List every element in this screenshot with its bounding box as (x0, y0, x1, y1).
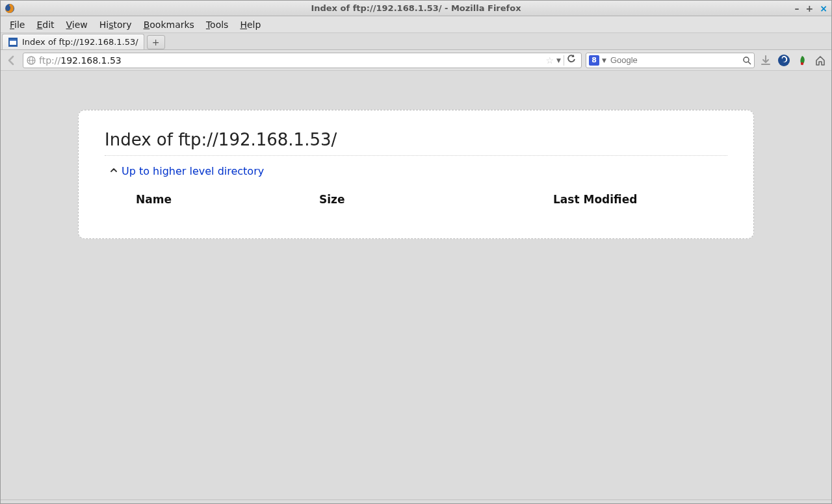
url-protocol: ftp:// (39, 55, 60, 66)
svg-point-7 (744, 57, 749, 62)
window-close-button[interactable]: × (820, 4, 827, 13)
menu-history[interactable]: History (94, 18, 137, 32)
window-controls: – + × (795, 1, 827, 16)
tab-strip: Index of ftp://192.168.1.53/ + (1, 33, 831, 50)
directory-listing-panel: Index of ftp://192.168.1.53/ Up to highe… (78, 110, 754, 239)
tab-favicon-icon (8, 37, 18, 47)
url-right-controls: ☆ ▼ (546, 55, 578, 66)
heading-separator (105, 155, 727, 156)
url-text[interactable]: ftp://192.168.1.53 (39, 55, 543, 66)
firefox-icon (5, 3, 15, 14)
new-tab-button[interactable]: + (147, 35, 165, 49)
extension-leaf-icon[interactable] (795, 53, 809, 68)
menu-tools[interactable]: Tools (201, 18, 234, 32)
reload-button[interactable] (567, 55, 576, 66)
separator (564, 55, 564, 66)
column-header-name[interactable]: Name (105, 193, 300, 206)
window-minimize-button[interactable]: – (795, 4, 800, 13)
menu-edit[interactable]: Edit (31, 18, 59, 32)
search-go-icon[interactable] (742, 56, 751, 65)
url-bar[interactable]: ftp://192.168.1.53 ☆ ▼ (23, 53, 582, 68)
url-history-dropdown-icon[interactable]: ▼ (556, 57, 561, 64)
up-directory-link[interactable]: Up to higher level directory (122, 165, 264, 177)
search-input[interactable] (609, 55, 740, 66)
extension-swirl-icon[interactable] (777, 53, 791, 68)
content-viewport: Index of ftp://192.168.1.53/ Up to highe… (1, 71, 831, 499)
menubar: File Edit View History Bookmarks Tools H… (1, 16, 831, 33)
nav-toolbar: ftp://192.168.1.53 ☆ ▼ 8 ▼ (1, 50, 831, 71)
menu-bookmarks[interactable]: Bookmarks (138, 18, 200, 32)
back-button[interactable] (5, 53, 19, 68)
svg-rect-3 (10, 40, 16, 41)
table-header-row: Name Size Last Modified (105, 193, 727, 206)
search-box[interactable]: 8 ▼ (586, 53, 755, 68)
tab-label: Index of ftp://192.168.1.53/ (22, 37, 138, 47)
home-button[interactable] (813, 53, 827, 68)
window-maximize-button[interactable]: + (806, 4, 814, 13)
svg-point-11 (801, 62, 803, 64)
search-engine-dropdown-icon[interactable]: ▼ (602, 57, 606, 64)
menu-help[interactable]: Help (235, 18, 266, 32)
svg-line-8 (748, 62, 751, 64)
bookmark-star-icon[interactable]: ☆ (546, 55, 554, 66)
tab-active[interactable]: Index of ftp://192.168.1.53/ (2, 34, 144, 49)
downloads-button[interactable] (759, 53, 773, 68)
column-header-modified[interactable]: Last Modified (430, 193, 727, 206)
chevron-up-icon (110, 166, 118, 176)
site-identity-icon[interactable] (26, 55, 36, 66)
directory-table: Name Size Last Modified (105, 193, 727, 206)
menu-view[interactable]: View (61, 18, 93, 32)
url-host: 192.168.1.53 (60, 55, 122, 66)
up-directory-row: Up to higher level directory (110, 165, 727, 177)
window-titlebar: Index of ftp://192.168.1.53/ - Mozilla F… (1, 1, 831, 16)
column-header-size[interactable]: Size (300, 193, 430, 206)
window-title: Index of ftp://192.168.1.53/ - Mozilla F… (1, 3, 831, 13)
search-engine-icon[interactable]: 8 (589, 55, 599, 66)
menu-file[interactable]: File (5, 18, 30, 32)
page-heading: Index of ftp://192.168.1.53/ (105, 130, 727, 151)
window-bottom-border (1, 499, 831, 503)
